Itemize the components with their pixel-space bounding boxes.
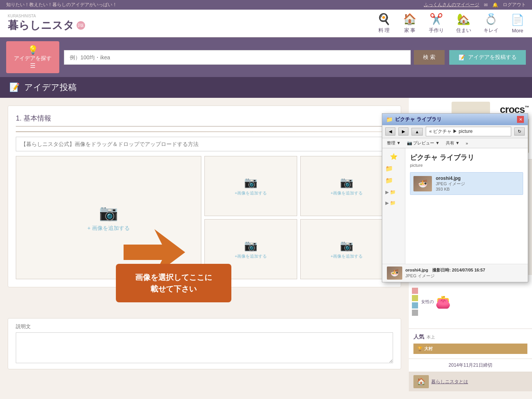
- refresh-button[interactable]: ↻: [514, 127, 525, 136]
- bell-icon[interactable]: 🔔: [492, 2, 498, 8]
- header: KURASHINISTA 暮らしニスタ β版 🍳 料 理 🏠 家 事 ✂️ 手作…: [0, 10, 532, 37]
- file-type-1: JPEG イメージ: [436, 181, 520, 187]
- dialog-close-button[interactable]: ✕: [517, 116, 524, 123]
- library-sub: picture: [410, 163, 523, 168]
- logout-link[interactable]: ログアウト: [503, 2, 526, 8]
- beauty-icon: 💍: [484, 13, 498, 25]
- color-blocks: [412, 288, 418, 316]
- preview-button[interactable]: 📷 プレビュー ▼: [405, 139, 441, 147]
- bottom-thumb-icon: 🍜: [390, 269, 399, 277]
- file-size-1: 393 KB: [436, 187, 520, 191]
- file-thumbnail-1: 🍜: [413, 176, 432, 191]
- up-button[interactable]: ▲: [412, 128, 423, 136]
- nav-item-beauty[interactable]: 💍 キレイ: [483, 13, 499, 34]
- section-title: 1. 基本情報: [16, 114, 393, 127]
- dialog-bottom: 🍜 oroshi4.jpg 撮影日時: 2014/07/05 16:57 JPE…: [382, 264, 528, 282]
- search-input-wrap: 検 索: [64, 50, 445, 65]
- dialog-action-bar: 整理 ▼ 📷 プレビュー ▼ 共有 ▼ »: [382, 138, 528, 148]
- add-image-label-sm-3: +画像を追加する: [235, 253, 267, 259]
- search-input[interactable]: [64, 50, 411, 65]
- nav-label-home: 住まい: [456, 27, 471, 34]
- camera-icon-large: 📷: [99, 204, 118, 222]
- description-textarea[interactable]: [16, 332, 393, 363]
- bottom-link-text[interactable]: 暮らしニスタとは: [431, 379, 468, 385]
- deadline-text: 2014年11月21日締切: [448, 362, 492, 368]
- nav-item-more[interactable]: 📄 More: [511, 13, 524, 34]
- search-idea-icon-menu: ☰: [30, 62, 35, 69]
- popular-title: 人気: [413, 334, 424, 340]
- share-button[interactable]: 共有 ▼: [444, 139, 461, 147]
- tooltip-line1: 画像を選択してここに: [127, 272, 220, 283]
- popular-section: 人気 本上 🏆 大村: [409, 329, 532, 359]
- title-input[interactable]: [16, 137, 393, 151]
- image-cell-bottom-right-2[interactable]: 📷 +画像を追加する: [300, 219, 393, 279]
- image-cell-top-right-2[interactable]: 📷 +画像を追加する: [300, 156, 393, 216]
- more-actions-button[interactable]: »: [464, 140, 470, 146]
- camera-icon-sm-4: 📷: [340, 239, 353, 252]
- bottom-file-name: oroshi4.jpg 撮影日時: 2014/07/05 16:57: [405, 267, 523, 273]
- organize-label: 整理 ▼: [387, 140, 401, 146]
- user-link[interactable]: ふっくんさんのマイページ: [424, 2, 479, 8]
- home-icon: 🏡: [457, 13, 470, 25]
- top-bar-right: ふっくんさんのマイページ ✉ 🔔 ログアウト: [424, 2, 526, 8]
- top-bar-left-text: 知りたい！教えたい！暮らしのアイデアがいっぱい！: [6, 2, 117, 8]
- image-grid: 📷 + 画像を追加する 📷 +画像を追加する 📷 +画像を追加する 📷 +画像を…: [16, 156, 393, 279]
- nav-label-housework: 家 事: [404, 27, 416, 34]
- tooltip-line2: 載せて下さい: [127, 283, 220, 295]
- form-section-basic: 1. 基本情報 📷 + 画像を追加する 📷 +画像を追加する 📷 +画像を追加す…: [8, 106, 401, 287]
- popular-subtitle: 本上: [427, 334, 435, 340]
- library-title: ピクチャ ライブラリ: [410, 153, 523, 162]
- women-text: 女性の: [421, 299, 434, 305]
- organize-button[interactable]: 整理 ▼: [385, 139, 402, 147]
- dialog-folder-icon: 📁: [386, 116, 393, 122]
- bottom-thumb-emoji: 🏠: [417, 377, 425, 386]
- nav-item-folder2[interactable]: 📁: [384, 175, 403, 186]
- nav-label-handmade: 手作り: [429, 27, 444, 34]
- post-btn-label: アイデアを投稿する: [468, 54, 517, 61]
- image-cell-large[interactable]: 📷 + 画像を追加する: [16, 156, 201, 279]
- nav-item-home[interactable]: 🏡 住まい: [456, 13, 471, 34]
- search-idea-button[interactable]: 💡 アイデアを探す ☰: [6, 41, 59, 73]
- file-item-1[interactable]: 🍜 oroshi4.jpg JPEG イメージ 393 KB: [410, 172, 523, 195]
- deadline-section: 2014年11月21日締切: [409, 359, 532, 372]
- image-cell-top-right-1[interactable]: 📷 +画像を追加する: [204, 156, 297, 216]
- form-area: 1. 基本情報 📷 + 画像を追加する 📷 +画像を追加する 📷 +画像を追加す…: [0, 98, 409, 391]
- share-label: 共有 ▼: [446, 140, 460, 146]
- back-button[interactable]: ◀: [385, 127, 395, 136]
- nav-item-housework[interactable]: 🏠 家 事: [403, 13, 417, 34]
- post-idea-button[interactable]: 📝 アイデアを投稿する: [449, 50, 526, 65]
- popular-badge: 🏆 大村: [413, 344, 527, 354]
- color-block-yellow: [412, 295, 418, 301]
- camera-icon-sm-1: 📷: [244, 176, 258, 189]
- file-name-1: oroshi4.jpg: [436, 176, 520, 181]
- search-submit-button[interactable]: 検 索: [414, 50, 445, 65]
- dialog-body: ⭐ 📁 📁 ▶ 📁 ▶ 📁: [382, 148, 528, 264]
- nav-item-expand1[interactable]: ▶ 📁: [384, 187, 403, 196]
- nav-item-cooking[interactable]: 🍳 料 理: [377, 13, 391, 34]
- nav-item-folder[interactable]: 📁: [384, 163, 403, 174]
- idea-icon: 💡: [28, 45, 38, 55]
- bottom-thumbnail-img: 🏠: [413, 375, 429, 388]
- popular-header: 人気 本上: [413, 334, 527, 340]
- file-dialog: 📁 ピクチャ ライブラリ ✕ ◀ ▶ ▲ « ピクチャ ▶ picture ↻ …: [382, 113, 528, 282]
- mail-icon[interactable]: ✉: [484, 2, 488, 8]
- page-title: アイデア投稿: [24, 82, 77, 93]
- nav-item-expand2[interactable]: ▶ 📁: [384, 198, 403, 207]
- cooking-icon: 🍳: [377, 13, 391, 25]
- logo-kurashinista: KURASHINISTA: [8, 14, 36, 18]
- nav-label-cooking: 料 理: [378, 27, 390, 34]
- nav-favorites[interactable]: ⭐: [384, 151, 403, 162]
- page-title-icon: 📝: [9, 82, 20, 92]
- add-image-label-large: + 画像を追加する: [87, 225, 130, 232]
- forward-button[interactable]: ▶: [398, 127, 408, 136]
- add-image-label-sm-4: +画像を追加する: [331, 253, 363, 259]
- file-info-1: oroshi4.jpg JPEG イメージ 393 KB: [436, 176, 520, 191]
- dialog-titlebar: 📁 ピクチャ ライブラリ ✕: [382, 114, 528, 125]
- preview-icon: 📷: [407, 141, 412, 146]
- more-actions-label: »: [466, 141, 468, 146]
- bottom-file-meta: JPEG イメージ: [405, 273, 523, 279]
- logo-badge: β版: [77, 21, 85, 30]
- nav-item-handmade[interactable]: ✂️ 手作り: [429, 13, 444, 34]
- search-idea-label: アイデアを探す: [14, 55, 52, 62]
- handmade-icon: ✂️: [430, 13, 443, 25]
